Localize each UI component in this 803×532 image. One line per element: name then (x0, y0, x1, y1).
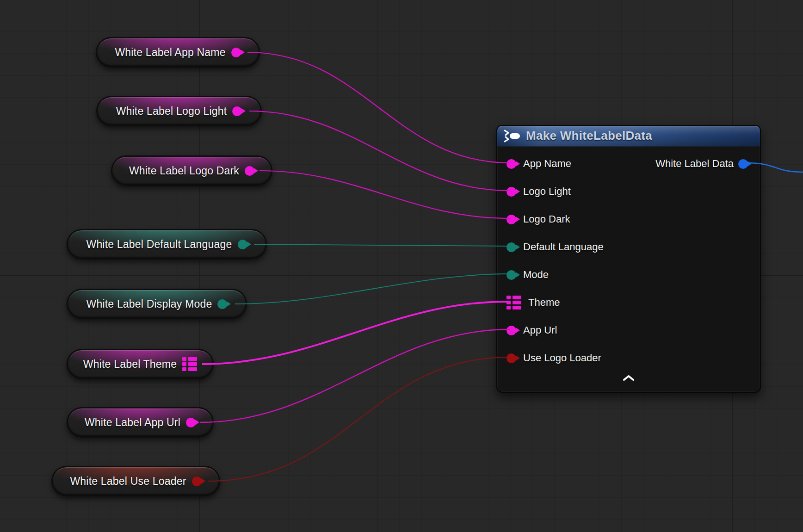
pin-row-default-language[interactable]: Default Language (497, 233, 760, 261)
input-pin-default-language[interactable] (507, 242, 516, 252)
input-pin-app-url[interactable] (507, 326, 516, 335)
pin-row-theme[interactable]: Theme (497, 289, 760, 316)
var-white-label-logo-light-label: White Label Logo Light (116, 105, 227, 118)
output-pin-label: White Label Data (655, 158, 734, 170)
var-white-label-app-url[interactable]: White Label App Url (67, 407, 214, 438)
var-white-label-default-language-pin[interactable] (238, 240, 247, 249)
var-white-label-default-language[interactable]: White Label Default Language (67, 229, 267, 260)
input-pin-logo-dark[interactable] (507, 215, 516, 224)
struct-pin-cell (507, 296, 511, 299)
pin-row-logo-light[interactable]: Logo Light (497, 178, 760, 205)
var-white-label-default-language-label: White Label Default Language (86, 238, 232, 251)
make-whitelabeldata-node[interactable]: Make WhiteLabelData App NameLogo LightLo… (496, 125, 761, 393)
var-white-label-use-loader-pin[interactable] (192, 476, 202, 486)
var-white-label-display-mode-label: White Label Display Mode (86, 298, 212, 310)
pin-row-app-url[interactable]: App Url (497, 316, 760, 344)
struct-pin-cell (507, 306, 511, 309)
input-pin-label: Use Logo Loader (523, 352, 601, 364)
output-pin-row[interactable]: White Label Data (655, 150, 748, 178)
struct-pin-cell (513, 301, 521, 304)
struct-pin-cell (182, 362, 186, 366)
input-pin-label: Logo Light (523, 186, 571, 198)
struct-pin-cell (182, 367, 186, 371)
pin-row-mode[interactable]: Mode (497, 261, 760, 289)
var-white-label-theme[interactable]: White Label Theme (67, 349, 214, 379)
input-pin-mode[interactable] (507, 270, 516, 280)
var-white-label-logo-light[interactable]: White Label Logo Light (96, 96, 262, 126)
wire-logo-light[interactable] (249, 111, 510, 191)
wire-display-mode[interactable] (235, 274, 510, 304)
struct-pin-cell (188, 362, 197, 366)
wire-logo-dark[interactable] (259, 171, 510, 218)
var-white-label-logo-light-pin[interactable] (232, 106, 242, 116)
pin-row-use-logo-loader[interactable]: Use Logo Loader (497, 344, 760, 372)
var-white-label-display-mode[interactable]: White Label Display Mode (67, 289, 247, 319)
wire-app-name[interactable] (247, 52, 510, 163)
input-pin-theme[interactable] (507, 296, 521, 309)
var-white-label-app-url-pin[interactable] (186, 418, 196, 427)
input-pin-label: App Name (523, 158, 571, 170)
input-pin-use-logo-loader[interactable] (507, 353, 516, 363)
struct-pin-cell (507, 301, 511, 304)
input-pin-label: Theme (528, 297, 560, 309)
var-white-label-logo-dark[interactable]: White Label Logo Dark (111, 155, 272, 186)
var-white-label-display-mode-pin[interactable] (217, 299, 227, 309)
wire-app-url[interactable] (200, 329, 510, 422)
make-node-pin-list: App NameLogo LightLogo DarkDefault Langu… (497, 147, 760, 372)
struct-pin-cell (513, 306, 521, 309)
wire-use-loader[interactable] (208, 357, 510, 481)
input-pin-logo-light[interactable] (507, 187, 516, 197)
make-node-title: Make WhiteLabelData (526, 129, 652, 143)
var-white-label-theme-pin[interactable] (182, 357, 197, 371)
struct-pin-cell (188, 357, 197, 361)
wire-default-language[interactable] (254, 244, 510, 246)
make-node-footer (497, 372, 760, 394)
input-pin-label: Default Language (523, 241, 604, 253)
input-pin-app-name[interactable] (507, 159, 516, 169)
input-pin-label: App Url (523, 324, 557, 336)
var-white-label-use-loader[interactable]: White Label Use Loader (51, 466, 220, 496)
input-pin-label: Mode (523, 269, 549, 281)
wire-theme[interactable] (202, 302, 507, 364)
white-label-data-output-pin[interactable] (738, 159, 748, 169)
var-white-label-app-url-label: White Label App Url (85, 416, 180, 429)
make-struct-icon (504, 129, 520, 143)
var-white-label-theme-label: White Label Theme (83, 358, 177, 371)
var-white-label-logo-dark-pin[interactable] (245, 166, 254, 176)
struct-pin-cell (513, 296, 521, 299)
var-white-label-app-name-label: White Label App Name (115, 46, 225, 59)
input-pin-label: Logo Dark (523, 213, 570, 225)
blueprint-graph-canvas[interactable]: White Label App NameWhite Label Logo Lig… (0, 0, 803, 532)
pin-row-logo-dark[interactable]: Logo Dark (497, 205, 760, 233)
var-white-label-app-name-pin[interactable] (231, 48, 241, 57)
make-node-header[interactable]: Make WhiteLabelData (497, 126, 760, 147)
struct-pin-cell (182, 357, 186, 361)
collapse-chevron-icon[interactable] (623, 375, 635, 381)
struct-pin-cell (188, 367, 197, 371)
var-white-label-app-name[interactable]: White Label App Name (96, 37, 260, 68)
var-white-label-use-loader-label: White Label Use Loader (70, 475, 186, 488)
var-white-label-logo-dark-label: White Label Logo Dark (129, 165, 239, 177)
